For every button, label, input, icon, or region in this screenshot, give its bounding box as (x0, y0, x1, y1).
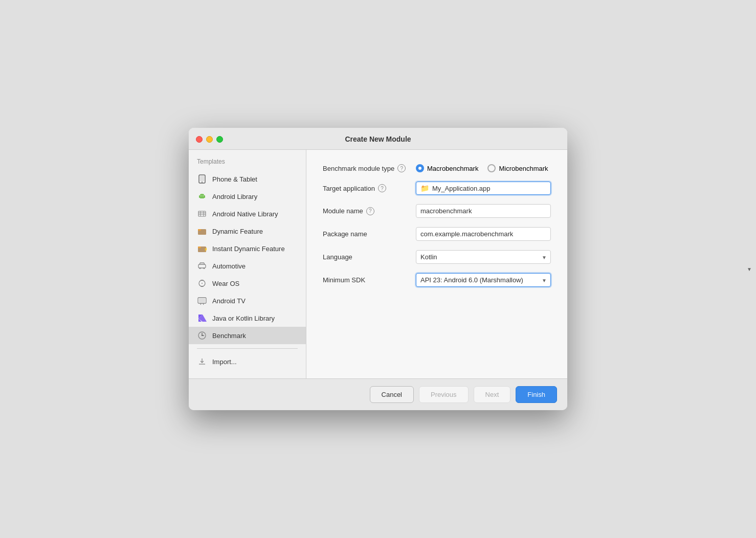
import-icon (197, 356, 207, 367)
svg-point-34 (202, 335, 203, 336)
svg-text:⚡: ⚡ (204, 246, 207, 252)
dialog-title: Create New Module (345, 135, 411, 143)
package-name-input[interactable] (416, 227, 551, 241)
target-application-control: 📁 My_Application.app ▼ (416, 182, 551, 195)
cancel-button[interactable]: Cancel (370, 386, 414, 403)
module-name-control (416, 204, 551, 218)
module-name-label: Module name ? (323, 207, 410, 215)
minimum-sdk-select[interactable]: API 23: Android 6.0 (Marshmallow) API 24… (416, 273, 551, 287)
target-application-row: Target application ? 📁 My_Application.ap… (323, 182, 551, 195)
svg-point-8 (203, 195, 204, 196)
target-application-help[interactable]: ? (378, 184, 386, 192)
target-app-folder-icon: 📁 (420, 184, 429, 192)
sidebar-item-phone-tablet[interactable]: Phone & Tablet (189, 170, 306, 188)
target-application-select[interactable]: My_Application.app (432, 185, 546, 192)
sidebar-label-android-library: Android Library (212, 193, 257, 200)
next-button[interactable]: Next (474, 386, 511, 403)
package-name-control (416, 227, 551, 241)
sidebar-item-benchmark[interactable]: Benchmark (189, 327, 306, 344)
android-tv-icon (197, 296, 207, 306)
previous-button[interactable]: Previous (419, 386, 469, 403)
module-name-row: Module name ? (323, 204, 551, 218)
dialog-footer: Cancel Previous Next Finish (189, 378, 567, 410)
dynamic-feature-icon (197, 226, 207, 236)
language-select[interactable]: Kotlin Java (416, 250, 551, 264)
language-row: Language Kotlin Java ▼ (323, 250, 551, 264)
svg-point-23 (202, 283, 203, 284)
language-control: Kotlin Java ▼ (416, 250, 551, 264)
benchmark-module-type-options: Macrobenchmark Microbenchmark (416, 164, 551, 172)
sidebar-divider (197, 348, 298, 349)
svg-rect-24 (201, 280, 204, 281)
svg-rect-19 (198, 264, 206, 268)
wear-os-icon (197, 278, 207, 288)
sidebar-item-android-native-library[interactable]: Android Native Library (189, 205, 306, 222)
phone-tablet-icon (197, 174, 207, 184)
benchmark-icon (197, 330, 207, 341)
benchmark-module-type-help[interactable]: ? (397, 164, 406, 172)
android-native-library-icon (197, 209, 207, 219)
sidebar-item-dynamic-feature[interactable]: Dynamic Feature (189, 222, 306, 240)
module-name-input[interactable] (416, 204, 551, 218)
sidebar-item-automotive[interactable]: Automotive (189, 257, 306, 275)
macrobenchmark-option[interactable]: Macrobenchmark (416, 164, 478, 172)
svg-point-7 (201, 195, 202, 196)
sidebar-label-android-native-library: Android Native Library (212, 210, 278, 218)
module-name-help[interactable]: ? (366, 207, 374, 215)
create-new-module-dialog: Create New Module Templates Phone & Tabl… (189, 128, 567, 410)
package-name-row: Package name (323, 227, 551, 241)
sidebar-label-wear-os: Wear OS (212, 280, 239, 287)
android-library-icon (197, 191, 207, 201)
svg-rect-25 (201, 286, 204, 287)
target-app-wrapper[interactable]: 📁 My_Application.app ▼ (416, 182, 551, 195)
sidebar-label-java-kotlin-library: Java or Kotlin Library (212, 315, 275, 322)
maximize-button[interactable] (216, 136, 223, 143)
microbenchmark-option[interactable]: Microbenchmark (487, 164, 548, 172)
package-name-label: Package name (323, 230, 410, 238)
automotive-icon (197, 261, 207, 271)
minimum-sdk-row: Minimum SDK API 23: Android 6.0 (Marshma… (323, 273, 551, 287)
sidebar-item-android-library[interactable]: Android Library (189, 188, 306, 205)
svg-rect-27 (199, 299, 205, 302)
target-application-label: Target application ? (323, 184, 410, 192)
svg-point-20 (199, 267, 201, 269)
sidebar-label-dynamic-feature: Dynamic Feature (212, 228, 263, 235)
minimize-button[interactable] (206, 136, 213, 143)
sidebar-label-android-tv: Android TV (212, 297, 246, 305)
svg-point-2 (202, 182, 203, 183)
sidebar-label-benchmark: Benchmark (212, 332, 246, 340)
benchmark-module-type-label: Benchmark module type ? (323, 164, 410, 172)
sidebar: Templates Phone & Tablet (189, 150, 306, 378)
sidebar-item-instant-dynamic-feature[interactable]: ⚡ Instant Dynamic Feature (189, 240, 306, 257)
sidebar-item-java-kotlin-library[interactable]: Java or Kotlin Library (189, 309, 306, 327)
svg-rect-9 (198, 211, 206, 216)
instant-dynamic-feature-icon: ⚡ (197, 243, 207, 254)
microbenchmark-radio[interactable] (487, 164, 496, 172)
sidebar-item-wear-os[interactable]: Wear OS (189, 275, 306, 292)
finish-button[interactable]: Finish (516, 386, 557, 403)
macrobenchmark-radio[interactable] (416, 164, 424, 172)
sidebar-label-phone-tablet: Phone & Tablet (212, 175, 257, 183)
language-label: Language (323, 253, 410, 261)
minimum-sdk-label: Minimum SDK (323, 276, 410, 284)
svg-point-21 (204, 267, 205, 269)
dialog-body: Templates Phone & Tablet (189, 150, 567, 378)
sidebar-item-android-tv[interactable]: Android TV (189, 292, 306, 309)
svg-rect-1 (200, 176, 204, 181)
svg-rect-15 (198, 229, 201, 231)
kotlin-icon (197, 313, 207, 323)
traffic-lights (196, 136, 223, 143)
svg-rect-6 (200, 195, 204, 198)
sidebar-header: Templates (189, 158, 306, 170)
sidebar-label-automotive: Automotive (212, 262, 246, 270)
sidebar-label-instant-dynamic-feature: Instant Dynamic Feature (212, 245, 285, 253)
svg-rect-17 (198, 246, 201, 248)
title-bar: Create New Module (189, 128, 567, 150)
sidebar-item-import[interactable]: Import... (189, 353, 306, 370)
main-panel: Benchmark module type ? Macrobenchmark M… (306, 150, 567, 378)
close-button[interactable] (196, 136, 203, 143)
benchmark-module-type-row: Benchmark module type ? Macrobenchmark M… (323, 164, 551, 172)
sidebar-label-import: Import... (212, 358, 237, 366)
minimum-sdk-control: API 23: Android 6.0 (Marshmallow) API 24… (416, 273, 551, 287)
